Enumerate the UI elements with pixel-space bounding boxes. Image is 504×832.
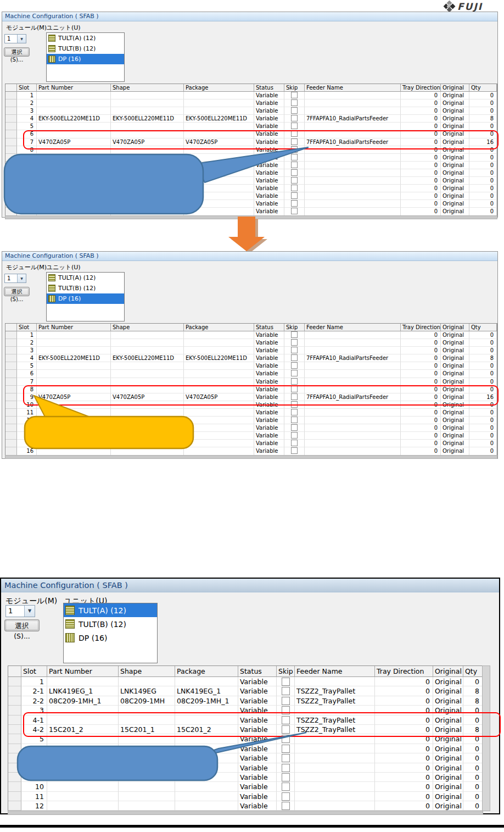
table-row[interactable]: 7Variable0Original0	[8, 753, 483, 763]
column-header-tray-direction[interactable]: Tray Direction	[401, 84, 441, 92]
skip-checkbox[interactable]	[291, 208, 298, 214]
skip-checkbox[interactable]	[291, 130, 298, 137]
table-row[interactable]: 14Variable0Original0	[5, 432, 497, 440]
table-row[interactable]: 12Variable0Original0	[5, 417, 497, 424]
skip-checkbox[interactable]	[282, 697, 290, 705]
column-header-status[interactable]: Status	[238, 666, 277, 677]
row-header-cell[interactable]	[5, 138, 17, 146]
table-row[interactable]: 6Variable0Original0	[8, 744, 483, 753]
skip-checkbox[interactable]	[291, 107, 298, 114]
column-header-shape[interactable]: Shape	[119, 666, 175, 677]
column-header-shape[interactable]: Shape	[111, 84, 184, 92]
column-header-slot[interactable]: Slot	[17, 324, 37, 331]
skip-checkbox[interactable]	[291, 362, 298, 369]
table-row[interactable]: 4-1VariableTSZZ2_TrayPallet0Original0	[8, 715, 483, 725]
skip-checkbox[interactable]	[291, 138, 298, 145]
column-header-skip[interactable]: Skip	[284, 324, 305, 331]
skip-checkbox[interactable]	[282, 706, 290, 714]
unit-list-item[interactable]: DP (16)	[47, 54, 124, 64]
row-header-cell[interactable]	[8, 734, 21, 744]
table-row[interactable]: 13Variable0Original0	[5, 185, 497, 192]
row-header-cell[interactable]	[8, 706, 21, 715]
horizontal-scrollbar[interactable]	[5, 215, 497, 219]
skip-checkbox[interactable]	[291, 339, 298, 346]
column-header-tray-direction[interactable]: Tray Direction	[401, 324, 441, 331]
column-header-part-number[interactable]: Part Number	[37, 324, 111, 331]
skip-checkbox[interactable]	[291, 154, 298, 160]
unit-list-item[interactable]: TULT(B) (12)	[47, 283, 124, 293]
chevron-down-icon[interactable]: ▼	[17, 35, 26, 43]
skip-checkbox[interactable]	[282, 764, 290, 772]
column-header-slot[interactable]: Slot	[17, 84, 37, 92]
column-header-status[interactable]: Status	[254, 84, 284, 92]
row-header-cell[interactable]	[5, 130, 17, 138]
skip-checkbox[interactable]	[282, 687, 290, 695]
table-row[interactable]: 1Variable0Original0	[8, 677, 483, 686]
table-row[interactable]: 10Variable0Original0	[8, 782, 483, 791]
skip-checkbox[interactable]	[291, 331, 298, 338]
skip-checkbox[interactable]	[291, 177, 298, 184]
row-header-cell[interactable]	[5, 424, 17, 432]
skip-checkbox[interactable]	[291, 447, 298, 454]
table-row[interactable]: 3Variable0Original0	[5, 107, 497, 115]
skip-checkbox[interactable]	[291, 146, 298, 153]
column-header-qty[interactable]: Qty	[469, 84, 497, 92]
skip-checkbox[interactable]	[291, 417, 298, 423]
row-header-cell[interactable]	[5, 99, 17, 107]
table-row[interactable]: 1Variable0Original0	[5, 92, 497, 99]
row-header-cell[interactable]	[5, 208, 17, 215]
row-header-cell[interactable]	[5, 92, 17, 99]
table-row[interactable]: 11Variable0Original0	[5, 409, 497, 417]
table-row[interactable]: 11Variable0Original0	[8, 792, 483, 801]
column-header-original[interactable]: Original	[441, 84, 469, 92]
column-header-skip[interactable]: Skip	[277, 666, 295, 677]
skip-checkbox[interactable]	[291, 440, 298, 446]
table-row[interactable]: 1Variable0Original0	[5, 331, 497, 339]
unit-list-item[interactable]: DP (16)	[47, 293, 124, 304]
column-header-package[interactable]: Package	[184, 324, 254, 331]
row-header-cell[interactable]	[5, 370, 17, 378]
unit-list-item[interactable]: TULT(A) (12)	[47, 273, 124, 283]
row-header-cell[interactable]	[5, 447, 17, 455]
skip-checkbox[interactable]	[291, 347, 298, 353]
unit-list[interactable]: TULT(A) (12)TULT(B) (12)DP (16)	[46, 32, 125, 82]
skip-checkbox[interactable]	[291, 92, 298, 98]
table-row[interactable]: 6Variable0Original0	[5, 370, 497, 378]
skip-checkbox[interactable]	[291, 169, 298, 176]
row-header-cell[interactable]	[5, 331, 17, 339]
table-row[interactable]: 9V470ZA05PV470ZA05PV470ZA05PVariable7FFA…	[5, 393, 497, 401]
column-header-original[interactable]: Original	[441, 324, 469, 331]
skip-checkbox[interactable]	[282, 725, 290, 734]
row-header-cell[interactable]	[5, 107, 17, 115]
row-header-cell[interactable]	[5, 200, 17, 208]
skip-checkbox[interactable]	[291, 354, 298, 361]
skip-checkbox[interactable]	[291, 200, 298, 207]
row-header-cell[interactable]	[5, 347, 17, 354]
row-header-cell[interactable]	[8, 801, 21, 811]
skip-checkbox[interactable]	[291, 386, 298, 392]
skip-checkbox[interactable]	[291, 378, 298, 385]
row-header-cell[interactable]	[8, 792, 21, 801]
row-header-cell[interactable]	[5, 177, 17, 185]
skip-checkbox[interactable]	[282, 716, 290, 724]
unit-list-item[interactable]: TULT(A) (12)	[47, 33, 124, 43]
column-header-shape[interactable]: Shape	[111, 324, 184, 331]
module-select[interactable]: 1 ▼	[4, 274, 26, 283]
table-row[interactable]: 4EKY-500ELL220ME11DEKY-500ELL220ME11DEKY…	[5, 354, 497, 362]
column-header-status[interactable]: Status	[254, 324, 284, 331]
column-header-part-number[interactable]: Part Number	[37, 84, 111, 92]
row-header-cell[interactable]	[5, 401, 17, 409]
column-header-package[interactable]: Package	[184, 84, 254, 92]
table-row[interactable]: 15Variable0Original0	[5, 200, 497, 208]
skip-checkbox[interactable]	[291, 99, 298, 106]
table-row[interactable]: 12Variable0Original0	[5, 177, 497, 185]
column-header-part-number[interactable]: Part Number	[47, 666, 119, 677]
select-button[interactable]: 選択(S)...	[4, 619, 40, 631]
column-header-feeder-name[interactable]: Feeder Name	[305, 324, 401, 331]
column-header-feeder-name[interactable]: Feeder Name	[295, 666, 375, 677]
skip-checkbox[interactable]	[291, 424, 298, 431]
row-header-cell[interactable]	[5, 354, 17, 362]
table-row[interactable]: 2-208C209-1MH_108C209-1MH08C209-1MH_1Var…	[8, 696, 483, 706]
table-row[interactable]: 15Variable0Original0	[5, 440, 497, 447]
row-header-cell[interactable]	[5, 409, 17, 417]
